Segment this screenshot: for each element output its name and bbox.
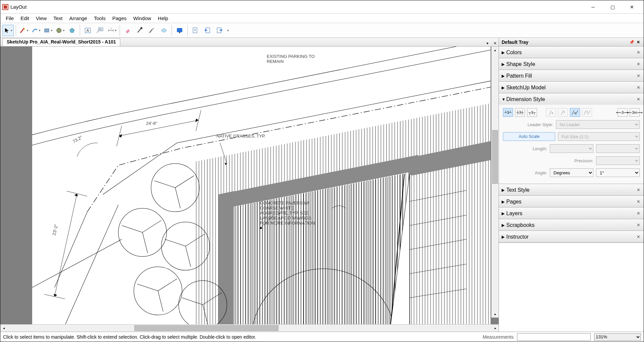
expand-arrow-icon: ▶ [502, 188, 506, 192]
note-parking: EXISTING PARKING TO REMAIN [267, 54, 320, 64]
maximize-button[interactable]: ▢ [603, 1, 622, 13]
panel-close-icon[interactable]: ✕ [636, 187, 641, 192]
toolbar-overflow[interactable]: ▾ [227, 29, 229, 32]
panel-instructor: ▶Instructor✕ [499, 231, 644, 243]
text-tool[interactable]: A [82, 25, 93, 36]
polygon-tool[interactable] [66, 25, 78, 36]
menu-window[interactable]: Window [130, 14, 154, 22]
arc-tool[interactable]: ▾ [30, 25, 42, 36]
panel-close-icon[interactable]: ✕ [636, 50, 641, 55]
scroll-left-arrow[interactable]: ◂ [0, 325, 7, 332]
next-page-tool[interactable] [214, 25, 225, 36]
length-units-select[interactable] [550, 144, 593, 153]
menu-pages[interactable]: Pages [109, 14, 130, 22]
vscroll-thumb[interactable] [492, 130, 498, 184]
panel-close-icon[interactable]: ✕ [636, 73, 641, 78]
window-title: LayOut [10, 4, 583, 10]
panel-head-colors[interactable]: ▶Colors✕ [499, 47, 644, 58]
label-tool[interactable]: A1 [94, 25, 106, 36]
eraser-tool[interactable] [122, 25, 133, 36]
tab-list-dropdown[interactable]: ▾ [485, 40, 491, 46]
svg-text:3: 3 [110, 27, 112, 30]
tab-close-button[interactable]: ✕ [492, 40, 498, 46]
document-tab[interactable]: SketchUp Pro_AIA_Real-World_Short2015 - … [2, 38, 120, 46]
window-controls: ─ ▢ ✕ [583, 1, 642, 13]
panel-head-sketchup-model[interactable]: ▶SketchUp Model✕ [499, 82, 644, 93]
tray-title-bar[interactable]: Default Tray 📌 ✕ [499, 38, 644, 47]
expand-arrow-icon: ▶ [502, 62, 506, 67]
style-tool[interactable] [134, 25, 145, 36]
panel-head-pattern-fill[interactable]: ▶Pattern Fill✕ [499, 70, 644, 81]
panel-head-layers[interactable]: ▶Layers✕ [499, 207, 644, 219]
tray-pin-icon[interactable]: 📌 [629, 40, 634, 45]
menu-arrange[interactable]: Arrange [66, 14, 90, 22]
panel-close-icon[interactable]: ✕ [636, 199, 641, 204]
zoom-select[interactable]: 131% [594, 333, 641, 341]
scroll-right-arrow[interactable]: ▸ [492, 325, 499, 332]
dim-align-3[interactable]: ╱₃╱ [570, 108, 580, 117]
panel-head-shape-style[interactable]: ▶Shape Style✕ [499, 58, 644, 70]
panel-close-icon[interactable]: ✕ [636, 223, 641, 228]
join-tool[interactable] [158, 25, 170, 36]
menu-text[interactable]: Text [50, 14, 66, 22]
panel-close-icon[interactable]: ✕ [636, 62, 641, 67]
precision-label: Precision: [574, 158, 593, 163]
precision-select[interactable] [596, 156, 640, 165]
menu-help[interactable]: Help [154, 14, 172, 22]
minimize-button[interactable]: ─ [583, 1, 603, 13]
dim-align-4[interactable]: ╱³╱ [582, 108, 592, 117]
dim-text-above[interactable]: ┴3┴ [503, 108, 513, 117]
present-tool[interactable] [174, 25, 185, 36]
panel-close-icon[interactable]: ✕ [636, 85, 641, 90]
select-tool[interactable]: ▾ [2, 25, 14, 36]
vertical-scrollbar[interactable]: ▴ ▾ [491, 47, 499, 318]
dim-align-2[interactable]: ╱³ [558, 108, 568, 117]
panel-close-icon[interactable]: ✕ [636, 97, 641, 102]
panel-close-icon[interactable]: ✕ [636, 234, 641, 239]
angle-precision-select[interactable]: 1° [596, 168, 640, 177]
tray-title: Default Tray [502, 39, 528, 45]
panel-head-scrapbooks[interactable]: ▶Scrapbooks✕ [499, 219, 644, 231]
collapse-arrow-icon: ▼ [502, 97, 506, 102]
line-tool[interactable]: ▾ [18, 25, 29, 36]
menu-tools[interactable]: Tools [90, 14, 109, 22]
menu-view[interactable]: View [33, 14, 50, 22]
canvas[interactable]: EXISTING PARKING TO REMAIN NATIVE GRASSE… [0, 47, 499, 324]
scroll-up-arrow[interactable]: ▴ [492, 47, 499, 53]
add-page-tool[interactable]: + [190, 25, 201, 36]
panel-head-dimension-style[interactable]: ▼ Dimension Style ✕ [499, 93, 644, 105]
panel-head-pages[interactable]: ▶Pages✕ [499, 196, 644, 207]
scale-select[interactable]: Full Size (1:1) [558, 132, 640, 141]
menu-file[interactable]: File [2, 14, 17, 22]
tray-close-icon[interactable]: ✕ [636, 40, 641, 45]
dim-ext-2[interactable]: ⟵3m⟶ [630, 108, 640, 117]
hscroll-thumb[interactable] [134, 325, 278, 331]
scroll-down-arrow[interactable]: ▾ [492, 311, 499, 318]
angle-units-select[interactable]: Degrees [550, 168, 593, 177]
rectangle-tool[interactable]: ▾ [42, 25, 54, 36]
menu-edit[interactable]: Edit [17, 14, 33, 22]
svg-text:+: + [194, 28, 196, 32]
auto-scale-button[interactable]: Auto Scale [503, 132, 555, 141]
close-button[interactable]: ✕ [622, 1, 642, 13]
split-tool[interactable] [146, 25, 157, 36]
leader-style-select[interactable]: No Leader [556, 120, 640, 129]
dim-align-1[interactable]: ╱₃ [546, 108, 556, 117]
svg-rect-1 [4, 5, 7, 9]
dim-text-below[interactable]: ┬3┬ [527, 108, 537, 117]
horizontal-scrollbar[interactable]: ◂ ▸ [0, 324, 499, 332]
document-tabs: SketchUp Pro_AIA_Real-World_Short2015 - … [0, 38, 499, 47]
angle-label: Angle: [535, 170, 547, 175]
menu-bar: FileEditViewTextArrangeToolsPagesWindowH… [0, 14, 644, 23]
dim-text-center[interactable]: ┼3┼ [515, 108, 525, 117]
panel-head-instructor[interactable]: ▶Instructor✕ [499, 231, 644, 242]
dim-ext-1[interactable]: ⟵3⟶ [618, 108, 628, 117]
dimension-tool[interactable]: 3▾ [106, 25, 118, 36]
panel-text-style: ▶Text Style✕ [499, 184, 644, 196]
circle-tool[interactable]: ▾ [54, 25, 66, 36]
panel-close-icon[interactable]: ✕ [636, 211, 641, 216]
length-precision-select[interactable] [596, 144, 640, 153]
panel-head-text-style[interactable]: ▶Text Style✕ [499, 184, 644, 195]
measurements-input[interactable] [517, 333, 591, 341]
prev-page-tool[interactable] [202, 25, 213, 36]
